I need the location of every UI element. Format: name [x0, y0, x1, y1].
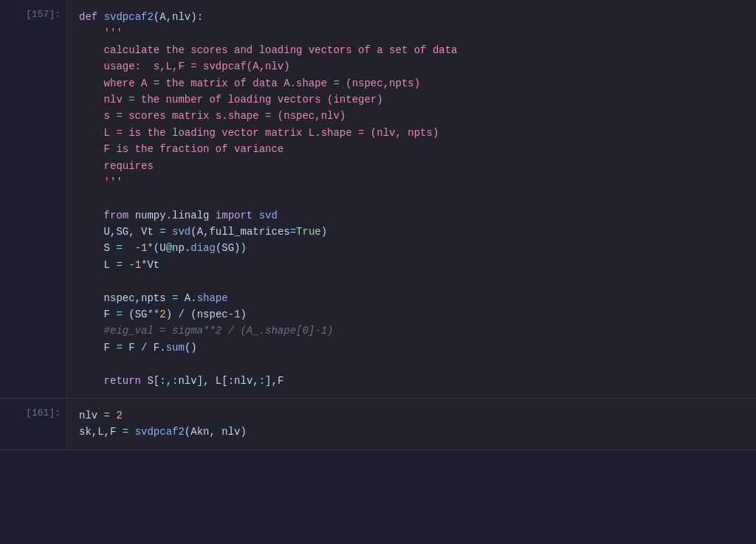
cell-161: [161]: nlv = 2 sk,L,F = svdpcaf2(Akn, nl…	[0, 399, 756, 450]
cell-content-157[interactable]: def svdpcaf2(A,nlv): ''' calculate the s…	[66, 0, 756, 398]
cell-content-161[interactable]: nlv = 2 sk,L,F = svdpcaf2(Akn, nlv)	[66, 399, 756, 450]
cell-number-161: [161]:	[0, 399, 66, 450]
notebook: [157]: def svdpcaf2(A,nlv): ''' calculat…	[0, 0, 756, 450]
cell-157: [157]: def svdpcaf2(A,nlv): ''' calculat…	[0, 0, 756, 399]
cell-number-157: [157]:	[0, 0, 66, 398]
